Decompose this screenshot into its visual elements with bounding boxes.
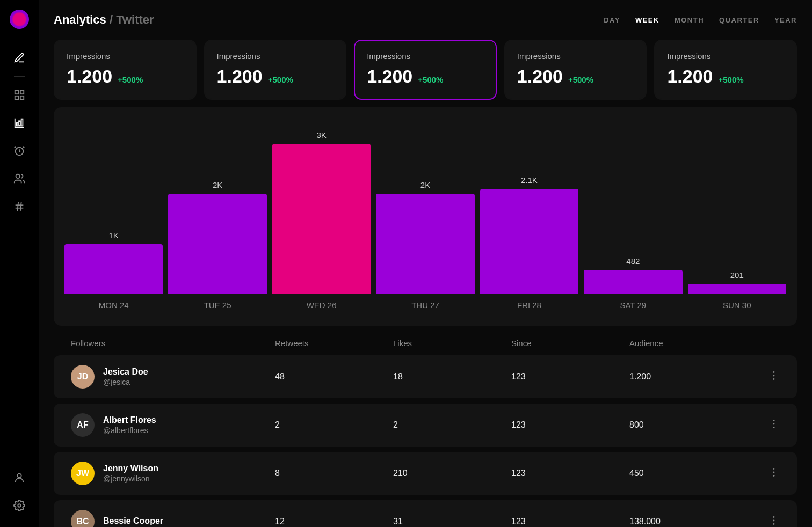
settings-icon[interactable]: [8, 494, 31, 517]
stat-label: Impressions: [217, 52, 334, 61]
bar[interactable]: [272, 144, 371, 294]
dashboard-icon[interactable]: [8, 83, 31, 107]
bar-value-label: 2.1K: [521, 175, 538, 185]
table-row[interactable]: BCBessie Cooper1231123138.000: [54, 500, 797, 527]
user-cell: AFAlbert Flores@albertflores: [71, 413, 275, 437]
col-followers: Followers: [71, 339, 275, 348]
stat-label: Impressions: [367, 52, 484, 61]
stat-delta: +500%: [418, 75, 443, 84]
chart-icon[interactable]: [8, 111, 31, 135]
x-label: FRI 28: [480, 301, 578, 310]
col-likes: Likes: [393, 339, 511, 348]
chart-x-axis: MON 24TUE 25WED 26THU 27FRI 28SAT 29SUN …: [60, 294, 791, 320]
range-month[interactable]: MONTH: [675, 16, 704, 24]
more-icon[interactable]: [748, 466, 780, 480]
bar[interactable]: [168, 194, 266, 294]
bar[interactable]: [64, 244, 163, 294]
svg-line-11: [17, 202, 18, 211]
svg-point-20: [773, 427, 775, 428]
avatar: JW: [71, 462, 95, 485]
svg-point-26: [773, 523, 775, 525]
bar[interactable]: [688, 284, 786, 294]
cell-audience: 1.200: [629, 372, 748, 382]
x-label: TUE 25: [168, 301, 266, 310]
nav-top: [8, 46, 31, 218]
more-icon[interactable]: [748, 418, 780, 432]
stat-card[interactable]: Impressions1.200+500%: [504, 40, 647, 100]
svg-point-21: [773, 468, 775, 470]
user-icon[interactable]: [8, 466, 31, 489]
bar-value-label: 3K: [316, 130, 326, 140]
bar-value-label: 482: [626, 257, 640, 266]
cell-retweets: 8: [275, 469, 393, 478]
svg-point-22: [773, 472, 775, 473]
compose-icon[interactable]: [8, 46, 31, 70]
user-handle: @jennywilson: [103, 474, 158, 483]
cell-since: 123: [511, 517, 629, 526]
bar-wrap: 2.1K: [480, 122, 578, 294]
bar-wrap: 482: [584, 122, 682, 294]
user-name: Jenny Wilson: [103, 464, 158, 473]
stat-delta: +500%: [268, 75, 293, 84]
range-day[interactable]: DAY: [604, 16, 620, 24]
cell-retweets: 12: [275, 517, 393, 526]
stat-card[interactable]: Impressions1.200+500%: [54, 40, 197, 100]
svg-rect-1: [20, 91, 24, 94]
stat-card[interactable]: Impressions1.200+500%: [654, 40, 797, 100]
table-body: JDJesica Doe@jesica48181231.200AFAlbert …: [54, 355, 797, 527]
stat-card[interactable]: Impressions1.200+500%: [204, 40, 347, 100]
cell-audience: 450: [629, 469, 748, 478]
stat-value: 1.200: [517, 66, 563, 87]
range-year[interactable]: YEAR: [774, 16, 797, 24]
user-handle: @jesica: [103, 378, 148, 386]
bar-wrap: 2K: [168, 122, 266, 294]
range-week[interactable]: WEEK: [635, 16, 659, 24]
bar-wrap: 1K: [64, 122, 163, 294]
stat-cards: Impressions1.200+500%Impressions1.200+50…: [54, 40, 797, 100]
main: Analytics / Twitter DAYWEEKMONTHQUARTERY…: [39, 0, 812, 527]
crumb-sep: /: [106, 13, 116, 26]
stat-value: 1.200: [217, 66, 263, 87]
table-row[interactable]: JDJesica Doe@jesica48181231.200: [54, 355, 797, 398]
svg-point-15: [773, 371, 775, 373]
stat-delta: +500%: [718, 75, 743, 84]
sidebar: [0, 0, 39, 527]
people-icon[interactable]: [8, 167, 31, 191]
col-audience: Audience: [629, 339, 748, 348]
more-icon[interactable]: [748, 515, 780, 527]
bar-wrap: 2K: [376, 122, 474, 294]
x-label: SUN 30: [688, 301, 786, 310]
table-row[interactable]: JWJenny Wilson@jennywilson8210123450: [54, 452, 797, 495]
bar-wrap: 3K: [272, 122, 371, 294]
bar-value-label: 2K: [421, 180, 430, 189]
title-text: Analytics: [54, 13, 106, 26]
cell-since: 123: [511, 420, 629, 430]
col-retweets: Retweets: [275, 339, 393, 348]
bar[interactable]: [480, 189, 578, 294]
bar[interactable]: [584, 270, 682, 294]
svg-point-13: [17, 474, 21, 478]
chart-card: 1K2K3K2K2.1K482201 MON 24TUE 25WED 26THU…: [54, 107, 797, 326]
more-icon[interactable]: [748, 370, 780, 384]
svg-rect-0: [15, 91, 18, 94]
svg-point-17: [773, 378, 775, 380]
logo-icon[interactable]: [10, 10, 29, 29]
avatar: JD: [71, 365, 95, 389]
bar-value-label: 201: [730, 270, 744, 280]
hash-icon[interactable]: [8, 195, 31, 218]
clock-icon[interactable]: [8, 139, 31, 163]
bar[interactable]: [376, 194, 474, 294]
range-quarter[interactable]: QUARTER: [719, 16, 759, 24]
stat-value: 1.200: [367, 66, 412, 87]
table-row[interactable]: AFAlbert Flores@albertflores22123800: [54, 404, 797, 447]
avatar: AF: [71, 413, 95, 437]
svg-point-25: [773, 520, 775, 522]
stat-card[interactable]: Impressions1.200+500%: [354, 40, 497, 100]
svg-rect-5: [19, 121, 20, 126]
avatar: BC: [71, 510, 95, 527]
stat-label: Impressions: [667, 52, 784, 61]
stat-label: Impressions: [67, 52, 184, 61]
bar-value-label: 2K: [213, 180, 222, 189]
user-name: Jesica Doe: [103, 367, 148, 377]
bar-value-label: 1K: [109, 231, 119, 240]
